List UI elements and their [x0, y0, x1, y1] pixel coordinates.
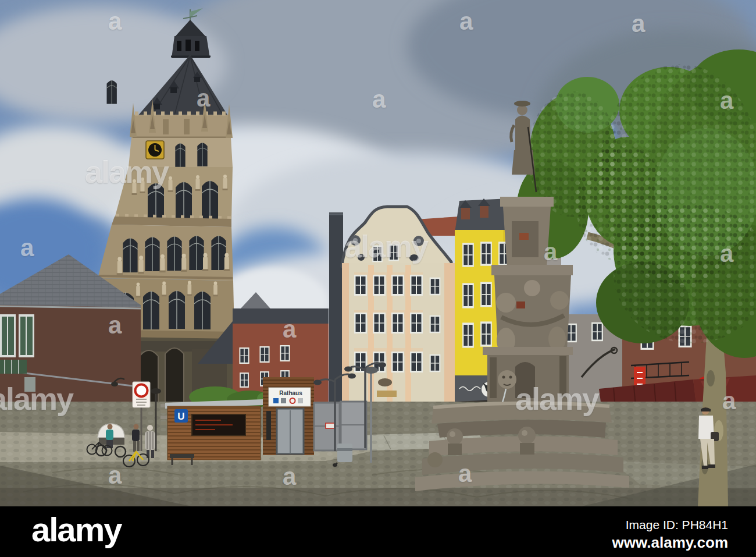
alamy-url-text: www.alamy.com: [612, 535, 728, 550]
facade-relief: [378, 378, 392, 386]
elevator-icon: [281, 398, 286, 403]
rathaus-sign-text: Rathaus: [279, 390, 302, 396]
stock-photo-page: 25-27: [0, 0, 756, 557]
alamy-footer-bar: alamy Image ID: PH84H1 www.alamy.com: [0, 506, 756, 557]
gate-warning-sign: [326, 423, 334, 428]
u-sign-letter: U: [177, 411, 184, 422]
bench: [170, 454, 194, 458]
photo-cologne-old-town: 25-27: [0, 0, 756, 506]
tower-upper-stage: [112, 167, 233, 227]
u-bahn-sign: U: [174, 409, 188, 423]
tower-clock: [146, 141, 164, 159]
tower-mid-stage: [98, 225, 233, 281]
chimney-block: [329, 212, 343, 402]
metal-gates: [314, 402, 366, 450]
ubahn-elevator-entrance: Rathaus: [263, 377, 314, 455]
plaza: [0, 402, 756, 506]
golden-plaque: [377, 391, 397, 397]
trash-bin: [337, 444, 352, 462]
info-icon: [298, 398, 303, 403]
stone-plaque: [24, 377, 35, 392]
image-id-text: Image ID: PH84H1: [612, 519, 728, 531]
alamy-logo: alamy: [31, 510, 121, 549]
transit-icon: [273, 398, 279, 403]
ubahn-kiosk: U: [165, 399, 263, 460]
rathaus-station-sign: Rathaus: [269, 388, 311, 406]
